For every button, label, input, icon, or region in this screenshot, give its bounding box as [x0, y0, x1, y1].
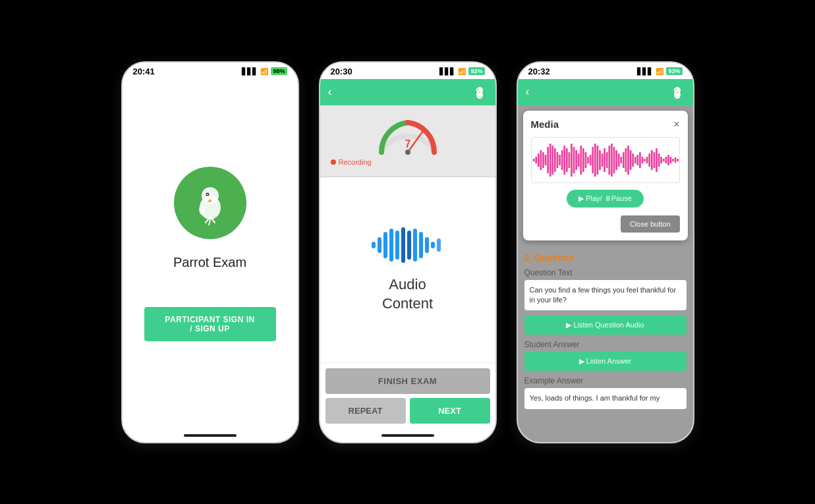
svg-rect-10	[372, 242, 376, 248]
media-modal: Media ×	[523, 111, 688, 240]
svg-rect-11	[378, 237, 381, 253]
svg-point-6	[478, 89, 479, 90]
svg-rect-45	[580, 146, 582, 175]
nav-bar-2: ‹	[320, 79, 495, 105]
parrot-svg	[187, 180, 233, 226]
audio-waveform-icon	[368, 225, 447, 267]
close-button[interactable]: Close button	[621, 215, 680, 233]
parrot-nav-icon-2	[472, 84, 488, 100]
back-button-2[interactable]: ‹	[328, 85, 332, 99]
svg-rect-80	[662, 159, 664, 161]
svg-rect-29	[542, 152, 544, 168]
svg-rect-69	[636, 155, 638, 165]
svg-rect-44	[577, 154, 579, 167]
battery-3: 93%	[666, 67, 682, 75]
svg-rect-60	[615, 150, 617, 170]
status-time-1: 20:41	[133, 67, 155, 76]
signal-icon-3: ▋▋▋	[637, 68, 653, 75]
home-indicator-1	[184, 434, 237, 437]
svg-rect-48	[587, 157, 589, 163]
svg-rect-62	[620, 157, 622, 163]
modal-close-x-button[interactable]: ×	[673, 119, 679, 130]
svg-rect-41	[571, 144, 573, 177]
status-icons-2: ▋▋▋ 📶 92%	[439, 67, 484, 75]
example-answer-label: Example Answer	[524, 376, 687, 385]
svg-rect-27	[537, 154, 539, 167]
audio-content-section: Audio Content	[320, 177, 495, 362]
svg-rect-38	[563, 146, 565, 175]
svg-rect-46	[582, 148, 584, 172]
svg-rect-53	[599, 150, 601, 170]
svg-rect-17	[413, 229, 417, 262]
svg-rect-58	[611, 144, 613, 177]
question-text-label: Question Text	[524, 268, 687, 277]
svg-rect-75	[650, 150, 652, 170]
back-button-3[interactable]: ‹	[526, 85, 530, 99]
status-bar-3: 20:32 ▋▋▋ 📶 93%	[518, 63, 693, 79]
signal-icon-2: ▋▋▋	[439, 68, 455, 75]
parrot-nav-icon-3	[669, 84, 685, 100]
svg-rect-20	[431, 242, 435, 248]
phone1-content: Parrot Exam PARTICIPANT SIGN IN / SIGN U…	[123, 79, 298, 429]
question-number: 2. Question	[524, 252, 687, 263]
phone1: 20:41 ▋▋▋ 📶 98%	[121, 61, 299, 443]
svg-rect-54	[601, 154, 603, 167]
svg-rect-43	[575, 150, 577, 170]
example-text-box: Yes, loads of things. I am thankful for …	[524, 388, 687, 408]
svg-rect-35	[556, 152, 558, 168]
svg-rect-74	[648, 154, 650, 167]
repeat-button[interactable]: REPEAT	[325, 398, 406, 424]
gauge-svg: 7	[375, 116, 441, 155]
svg-rect-71	[641, 157, 643, 163]
close-button-container: Close button	[531, 213, 680, 215]
svg-rect-84	[672, 159, 674, 161]
status-icons-3: ▋▋▋ 📶 93%	[637, 67, 682, 75]
svg-rect-13	[389, 229, 393, 262]
battery-2: 92%	[468, 67, 484, 75]
svg-rect-67	[632, 154, 634, 167]
finish-exam-button[interactable]: FINISH EXAM	[325, 368, 490, 394]
svg-rect-37	[561, 150, 563, 170]
wifi-icon-3: 📶	[656, 68, 663, 75]
wifi-icon-1: 📶	[260, 68, 268, 75]
parrot-logo	[174, 167, 246, 239]
svg-rect-72	[644, 159, 646, 161]
svg-rect-39	[565, 148, 567, 172]
status-bar-1: 20:41 ▋▋▋ 📶 98%	[123, 63, 298, 79]
svg-rect-14	[395, 231, 399, 260]
gauge-container: 7	[375, 116, 441, 155]
phone2: 20:30 ▋▋▋ 📶 92% ‹	[319, 61, 497, 443]
play-pause-button[interactable]: ▶ Play/ ⏸Pause	[567, 190, 644, 208]
svg-rect-32	[549, 144, 551, 177]
listen-question-audio-button[interactable]: ▶ Listen Question Audio	[524, 316, 687, 335]
svg-point-24	[675, 89, 677, 90]
sign-in-button[interactable]: PARTICIPANT SIGN IN / SIGN UP	[144, 307, 276, 341]
svg-rect-61	[617, 154, 619, 167]
media-modal-title: Media	[531, 119, 559, 130]
svg-rect-34	[554, 148, 556, 172]
repeat-next-row: REPEAT NEXT	[325, 398, 490, 424]
svg-point-3	[207, 194, 208, 195]
svg-rect-82	[667, 155, 669, 165]
svg-rect-40	[568, 152, 570, 168]
svg-rect-15	[401, 227, 405, 263]
svg-rect-19	[425, 237, 429, 253]
svg-rect-30	[544, 155, 546, 165]
svg-rect-56	[605, 152, 607, 168]
svg-rect-73	[646, 157, 648, 163]
svg-rect-55	[604, 148, 605, 172]
svg-rect-49	[589, 155, 591, 165]
next-button[interactable]: NEXT	[410, 398, 490, 424]
svg-rect-66	[629, 150, 631, 170]
svg-rect-16	[407, 231, 411, 260]
signal-icon-1: ▋▋▋	[242, 68, 258, 75]
waveform-container	[531, 137, 680, 183]
svg-rect-77	[656, 148, 658, 172]
listen-answer-button[interactable]: ▶ Listen Answer	[524, 352, 687, 371]
svg-rect-18	[419, 232, 423, 258]
svg-rect-52	[596, 146, 598, 175]
svg-rect-86	[677, 159, 679, 161]
svg-rect-83	[669, 157, 671, 163]
svg-rect-47	[584, 152, 586, 168]
svg-rect-21	[437, 238, 441, 252]
